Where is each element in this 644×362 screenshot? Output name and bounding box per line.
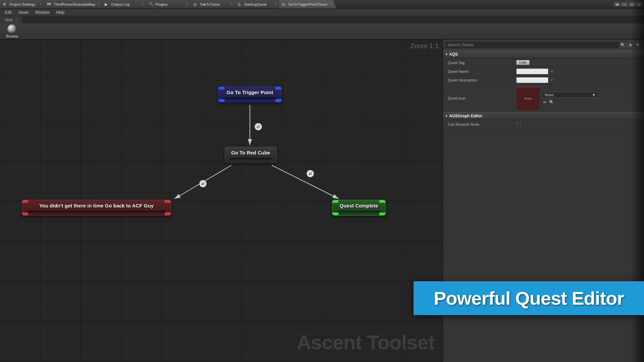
blueprint-icon: ◎ [193, 2, 198, 7]
graph-canvas[interactable]: Zoom 1:1 Ascent Toolset ⇄ ⇄ ⇄ Go To Trig… [0, 40, 443, 362]
minimize-button[interactable]: — [621, 2, 628, 7]
tab-example-map[interactable]: 🗺ThirdPersonExampleMap× [44, 0, 105, 8]
chevron-down-icon[interactable]: ▼ [550, 78, 553, 82]
prop-label: Quest Description [443, 76, 514, 84]
prop-quest-tag: Quest Tag Edit▾ [443, 58, 644, 67]
browse-button[interactable]: Browse [3, 24, 21, 39]
toolbar-tab-row: olbar× [0, 16, 644, 23]
browse-asset-icon[interactable]: 🔍 [549, 100, 554, 105]
close-icon[interactable]: × [184, 2, 188, 6]
zoom-level: Zoom 1:1 [411, 42, 439, 50]
close-icon[interactable]: × [38, 2, 42, 6]
node-label: Go To Red Cube [230, 150, 272, 156]
tab-starting-quest[interactable]: ◎StartingQuest× [235, 0, 282, 8]
search-icon[interactable]: 🔍 [620, 42, 626, 48]
icon-dropdown[interactable]: None▼ [542, 92, 599, 98]
quest-name-input[interactable] [516, 68, 548, 74]
close-icon[interactable]: × [140, 2, 144, 6]
tab-plugins[interactable]: 🔌Plugins× [146, 0, 193, 8]
log-icon: ▶ [105, 2, 109, 7]
document-tab-bar: ⚙Project Settings× 🗺ThirdPersonExampleMa… [0, 0, 644, 9]
graph-node-start[interactable]: Go To Trigger Point [218, 86, 282, 102]
details-search: 🔍 ≣ 👁 [444, 41, 643, 49]
menu-window[interactable]: Window [32, 9, 53, 16]
blueprint-icon: ◎ [237, 2, 242, 7]
section-aqs[interactable]: AQS [443, 50, 644, 58]
close-icon[interactable]: × [95, 2, 99, 6]
chevron-down-icon[interactable]: ▼ [550, 70, 553, 73]
quest-description-input[interactable] [516, 77, 548, 83]
chevron-down-icon: ▼ [592, 93, 596, 97]
search-input[interactable] [445, 43, 620, 47]
browse-icon [7, 24, 17, 34]
graph-node-complete[interactable]: Quest Complete [332, 200, 386, 216]
node-label: You didn't get there in time Go back to … [27, 203, 166, 208]
prop-label: Can Rename Node [443, 120, 514, 128]
close-icon[interactable]: × [327, 2, 331, 6]
source-control-icon[interactable]: ◆ [614, 2, 621, 7]
tab-project-settings[interactable]: ⚙Project Settings× [0, 0, 47, 8]
section-label: AQS [449, 52, 458, 57]
svg-text:⇄: ⇄ [201, 181, 205, 186]
node-label: Go To Trigger Point [223, 89, 277, 95]
tab-talk-to-tizios[interactable]: ◎TalkToTizios× [191, 0, 237, 8]
prop-quest-icon: Quest Icon None None▼ ⬅ 🔍 [443, 84, 644, 112]
can-rename-checkbox[interactable] [516, 122, 521, 127]
prop-label: Quest Icon [443, 84, 514, 112]
svg-text:⇄: ⇄ [309, 171, 312, 176]
close-icon[interactable]: × [15, 18, 17, 22]
prop-quest-name: Quest Name ▼ [443, 67, 644, 76]
tab-label: Project Settings [9, 2, 35, 6]
svg-line-3 [174, 165, 231, 199]
blueprint-icon: ◎ [282, 2, 286, 7]
toolbar-tab-label: olbar [5, 18, 13, 22]
prop-label: Quest Name [443, 67, 514, 75]
svg-point-4 [199, 180, 207, 187]
tab-label: GoToTriggerPointTimed [288, 2, 327, 6]
section-agsgraph-editor[interactable]: AGSGraph Editor [443, 112, 644, 120]
use-selected-icon[interactable]: ⬅ [543, 100, 546, 105]
close-icon[interactable]: × [228, 2, 232, 6]
section-label: AGSGraph Editor [449, 114, 482, 118]
graph-node-fail[interactable]: You didn't get there in time Go back to … [22, 200, 171, 216]
toolbar: Browse [0, 23, 644, 40]
watermark: Ascent Toolset [297, 331, 435, 354]
menu-bar: Edit Asset Window Help [0, 9, 644, 16]
menu-edit[interactable]: Edit [1, 9, 15, 16]
dropdown-value: None [545, 93, 553, 97]
plugin-icon: 🔌 [149, 2, 154, 7]
menu-asset[interactable]: Asset [15, 9, 32, 16]
edit-tag-button[interactable]: Edit▾ [516, 60, 530, 65]
icon-thumbnail[interactable]: None [516, 86, 540, 110]
prop-can-rename-node: Can Rename Node [443, 120, 644, 129]
tab-label: StartingQuest [244, 2, 267, 6]
browse-label: Browse [6, 34, 18, 38]
svg-point-7 [307, 170, 314, 177]
close-icon[interactable]: × [272, 2, 276, 6]
svg-text:⇄: ⇄ [257, 124, 260, 129]
promo-banner: Powerful Quest Editor [414, 281, 644, 315]
tab-label: Plugins [156, 2, 168, 6]
menu-help[interactable]: Help [53, 9, 68, 16]
tab-output-log[interactable]: ▶Output Log× [102, 0, 149, 8]
tab-label: ThirdPersonExampleMap [54, 2, 95, 6]
graph-node-step[interactable]: Go To Red Cube [225, 147, 277, 163]
banner-text: Powerful Quest Editor [434, 287, 624, 309]
map-icon: 🗺 [47, 2, 52, 7]
tab-go-to-trigger-point-timed[interactable]: ◎GoToTriggerPointTimed× [279, 0, 336, 8]
svg-line-6 [272, 165, 339, 199]
prop-label: Quest Tag [443, 58, 514, 67]
svg-point-1 [255, 123, 262, 130]
tab-label: Output Log [111, 2, 129, 6]
gear-icon: ⚙ [3, 2, 7, 7]
tab-label: TalkToTizios [200, 2, 220, 6]
prop-quest-description: Quest Description ▼ [443, 76, 644, 84]
toolbar-tab[interactable]: olbar× [0, 16, 22, 23]
node-label: Quest Complete [337, 203, 381, 208]
